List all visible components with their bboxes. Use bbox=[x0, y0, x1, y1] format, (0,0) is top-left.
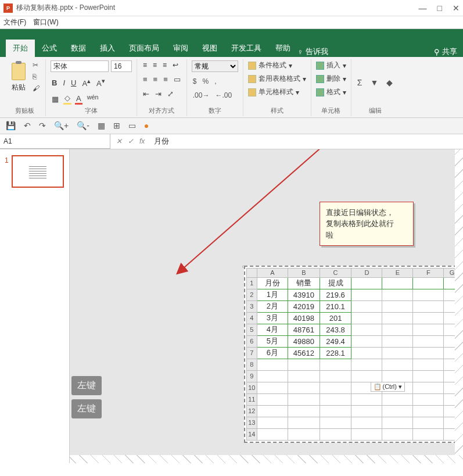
cell[interactable] bbox=[351, 428, 382, 440]
row-header[interactable]: 13 bbox=[247, 417, 257, 428]
decrease-indent-icon[interactable]: ⇤ bbox=[142, 89, 150, 99]
save-icon[interactable]: 💾 bbox=[5, 120, 17, 131]
cell[interactable] bbox=[320, 382, 351, 393]
currency-icon[interactable]: $ bbox=[192, 77, 198, 86]
minimize-button[interactable]: — bbox=[419, 3, 427, 13]
cell[interactable]: 40198 bbox=[288, 312, 320, 324]
tab-review[interactable]: 审阅 bbox=[166, 40, 195, 57]
cell[interactable] bbox=[320, 417, 351, 428]
autosum-icon[interactable]: Σ bbox=[356, 77, 364, 88]
align-right-icon[interactable]: ≡ bbox=[162, 74, 169, 84]
cell[interactable] bbox=[413, 405, 444, 417]
col-header[interactable]: C bbox=[320, 268, 351, 277]
cell[interactable] bbox=[351, 405, 382, 417]
row-header[interactable]: 6 bbox=[247, 335, 257, 347]
cell[interactable]: 提成 bbox=[320, 277, 351, 289]
cell[interactable]: 6月 bbox=[257, 347, 288, 359]
close-button[interactable]: ✕ bbox=[453, 3, 460, 13]
tell-me[interactable]: ♀告诉我 bbox=[297, 46, 328, 57]
shape-icon[interactable]: ● bbox=[143, 120, 150, 131]
cell[interactable] bbox=[320, 405, 351, 417]
bold-button[interactable]: B bbox=[51, 78, 58, 88]
cell[interactable]: 48761 bbox=[288, 324, 320, 335]
sheet-grid[interactable]: A B C D E F G 1 月份 销量 提成 2 1月 43910 219.… bbox=[246, 268, 461, 441]
cell[interactable] bbox=[382, 312, 413, 324]
cell[interactable] bbox=[382, 289, 413, 300]
cell[interactable] bbox=[288, 370, 320, 382]
cell[interactable] bbox=[257, 405, 288, 417]
menu-file[interactable]: 文件(F) bbox=[3, 17, 26, 27]
percent-icon[interactable]: % bbox=[201, 77, 210, 86]
cell[interactable] bbox=[413, 335, 444, 347]
cell[interactable] bbox=[382, 335, 413, 347]
cell-style-button[interactable]: 单元格样式 ▾ bbox=[248, 87, 299, 97]
comma-icon[interactable]: , bbox=[213, 77, 217, 86]
tab-view[interactable]: 视图 bbox=[195, 40, 224, 57]
cell[interactable] bbox=[382, 370, 413, 382]
cell[interactable] bbox=[413, 417, 444, 428]
cell[interactable]: 243.8 bbox=[320, 324, 351, 335]
italic-button[interactable]: I bbox=[62, 78, 66, 88]
cell[interactable] bbox=[413, 370, 444, 382]
cell[interactable]: 3月 bbox=[257, 312, 288, 324]
cell[interactable] bbox=[320, 428, 351, 440]
borders-qat-icon[interactable]: ▦ bbox=[96, 120, 106, 131]
cell[interactable]: 月份 bbox=[257, 277, 288, 289]
row-header[interactable]: 12 bbox=[247, 405, 257, 417]
tab-formula[interactable]: 公式 bbox=[35, 40, 64, 57]
cell[interactable] bbox=[351, 417, 382, 428]
cell[interactable] bbox=[351, 312, 382, 324]
maximize-button[interactable]: □ bbox=[437, 3, 442, 13]
cut-icon[interactable]: ✂ bbox=[31, 60, 41, 70]
tab-insert[interactable]: 插入 bbox=[93, 40, 122, 57]
cell[interactable] bbox=[413, 428, 444, 440]
decrease-decimal-icon[interactable]: ←.00 bbox=[214, 91, 233, 100]
cell[interactable] bbox=[382, 393, 413, 405]
align-middle-icon[interactable]: ≡ bbox=[152, 60, 158, 70]
cell[interactable] bbox=[320, 393, 351, 405]
format-cells-button[interactable]: 格式 ▾ bbox=[316, 87, 346, 97]
cell[interactable] bbox=[413, 289, 444, 300]
font-color-button[interactable]: A bbox=[75, 94, 82, 105]
cell[interactable]: 249.4 bbox=[320, 335, 351, 347]
slide-thumb-1[interactable]: 1 bbox=[12, 155, 64, 188]
paste-button[interactable]: 粘贴 bbox=[8, 60, 29, 94]
cell[interactable] bbox=[351, 300, 382, 312]
fill-color-button[interactable]: ◇ bbox=[63, 93, 71, 105]
cell[interactable] bbox=[320, 359, 351, 370]
font-size-select[interactable]: 16 bbox=[111, 60, 132, 72]
row-header[interactable]: 3 bbox=[247, 300, 257, 312]
orientation-icon[interactable]: ⤢ bbox=[166, 89, 175, 99]
cell[interactable] bbox=[382, 405, 413, 417]
cell[interactable]: 1月 bbox=[257, 289, 288, 300]
cell[interactable] bbox=[413, 300, 444, 312]
paste-smart-tag[interactable]: 📋 (Ctrl) ▾ bbox=[371, 382, 405, 392]
cell[interactable] bbox=[413, 382, 444, 393]
cell[interactable] bbox=[351, 370, 382, 382]
col-header[interactable]: D bbox=[351, 268, 382, 277]
tab-layout[interactable]: 页面布局 bbox=[122, 40, 166, 57]
cell[interactable]: 228.1 bbox=[320, 347, 351, 359]
fx-icon[interactable]: fx bbox=[139, 137, 145, 145]
freeze-icon[interactable]: ⊞ bbox=[112, 120, 121, 131]
font-name-select[interactable]: 宋体 bbox=[51, 60, 109, 72]
insert-cells-button[interactable]: 插入 ▾ bbox=[316, 60, 346, 70]
embedded-spreadsheet[interactable]: A B C D E F G 1 月份 销量 提成 2 1月 43910 219.… bbox=[244, 266, 463, 443]
col-header[interactable]: B bbox=[288, 268, 320, 277]
increase-decimal-icon[interactable]: .00→ bbox=[192, 91, 211, 100]
menu-window[interactable]: 窗口(W) bbox=[33, 17, 58, 27]
cell[interactable] bbox=[288, 393, 320, 405]
row-header[interactable]: 1 bbox=[247, 277, 257, 289]
cell[interactable] bbox=[413, 312, 444, 324]
cell[interactable] bbox=[382, 277, 413, 289]
cell[interactable]: 43910 bbox=[288, 289, 320, 300]
cell[interactable] bbox=[320, 370, 351, 382]
border-button[interactable]: ▦ bbox=[51, 94, 60, 104]
cell[interactable] bbox=[382, 428, 413, 440]
copy-icon[interactable]: ⎘ bbox=[31, 72, 41, 81]
undo-icon[interactable]: ↶ bbox=[23, 120, 32, 131]
cancel-formula-icon[interactable]: ✕ bbox=[116, 137, 122, 145]
wrap-text-icon[interactable]: ↩ bbox=[171, 60, 180, 70]
cell[interactable] bbox=[351, 289, 382, 300]
cell[interactable] bbox=[413, 359, 444, 370]
